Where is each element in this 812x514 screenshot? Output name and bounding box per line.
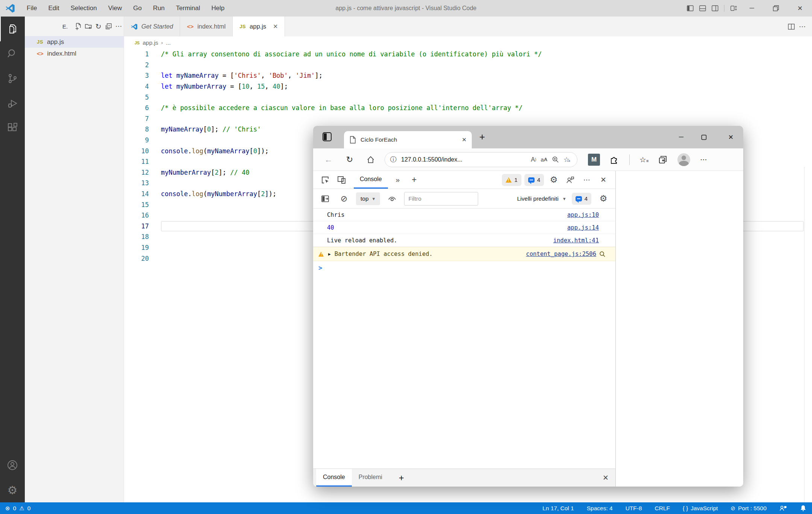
new-folder-icon[interactable] [83, 21, 93, 32]
context-selector[interactable]: top ▼ [356, 192, 380, 205]
menu-item-go[interactable]: Go [127, 0, 147, 17]
favorites-icon[interactable]: ☆≡ [639, 155, 648, 164]
add-favorite-icon[interactable]: ☆+ [564, 156, 572, 164]
status-cursor-position[interactable]: Ln 17, Col 1 [542, 505, 574, 512]
home-icon[interactable] [365, 156, 376, 164]
read-aloud-icon[interactable]: A) [531, 156, 536, 163]
activity-source-control-icon[interactable] [0, 66, 25, 91]
feedback-icon[interactable] [779, 505, 787, 512]
file-item-index.html[interactable]: <>index.html [25, 48, 124, 59]
console-filter-input[interactable] [404, 192, 478, 206]
editor-tab-index.html[interactable]: <>index.html [180, 17, 233, 36]
clear-console-icon[interactable]: ⊘ [337, 192, 351, 205]
devtools-settings-icon[interactable]: ⚙ [547, 174, 561, 186]
code-line[interactable]: 6/* è possibile accedere a ciascun valor… [124, 103, 812, 113]
breadcrumb[interactable]: JS app.js › ... [124, 36, 812, 49]
activity-explorer-icon[interactable] [0, 17, 25, 41]
inspect-element-icon[interactable] [318, 174, 332, 186]
status-eol[interactable]: CRLF [655, 505, 670, 512]
devtools-close-icon[interactable]: ✕ [597, 174, 610, 186]
extension-m-icon[interactable]: M [588, 154, 600, 166]
new-tab-icon[interactable]: + [479, 132, 485, 142]
minimize-button[interactable]: ─ [740, 0, 764, 17]
activity-extensions-icon[interactable] [0, 116, 25, 141]
notifications-bell-icon[interactable] [800, 505, 807, 512]
menu-item-run[interactable]: Run [147, 0, 170, 17]
devtools-feedback-icon[interactable] [564, 174, 577, 186]
refresh-explorer-icon[interactable]: ↻ [93, 21, 103, 32]
menu-item-selection[interactable]: Selection [65, 0, 103, 17]
reload-icon[interactable]: ↻ [344, 155, 355, 165]
breadcrumb-more[interactable]: ... [166, 39, 171, 46]
settings-gear-icon[interactable]: ⚙ [0, 478, 25, 502]
search-source-icon[interactable] [599, 251, 606, 257]
console-settings-icon[interactable]: ⚙ [597, 192, 610, 205]
editor-tab-app.js[interactable]: JSapp.js✕ [233, 17, 285, 36]
warnings-badge[interactable]: 1 [502, 174, 521, 186]
translate-icon[interactable]: aA [541, 156, 547, 163]
status-language[interactable]: { }JavaScript [683, 505, 718, 512]
code-line[interactable]: 3let myNameArray = ['Chris', 'Bob', 'Jim… [124, 70, 812, 81]
expand-caret-icon[interactable]: ▶ [328, 252, 331, 257]
source-link[interactable]: content_page.js:2506 [526, 251, 596, 257]
editor-tab-get-started[interactable]: Get Started [124, 17, 180, 36]
code-line[interactable]: 2 [124, 60, 812, 71]
menu-item-file[interactable]: File [21, 0, 42, 17]
add-tool-icon[interactable]: + [408, 174, 421, 186]
code-line[interactable]: 7 [124, 113, 812, 124]
status-encoding[interactable]: UTF-8 [626, 505, 642, 512]
source-link[interactable]: app.js:10 [567, 212, 599, 218]
browser-tab[interactable]: Ciclo ForEach ✕ [344, 131, 472, 148]
editor-more-actions-icon[interactable]: ⋯ [799, 22, 806, 31]
profile-avatar[interactable] [677, 153, 690, 166]
site-info-icon[interactable]: ⓘ [390, 155, 397, 164]
toggle-sidebar-icon[interactable] [684, 0, 696, 17]
url-text[interactable]: 127.0.0.1:5500/index... [401, 156, 526, 163]
device-toolbar-icon[interactable] [335, 174, 348, 186]
devtools-more-icon[interactable]: ⋯ [580, 174, 594, 186]
toggle-panel-icon[interactable] [696, 0, 709, 17]
code-line[interactable]: 1/* Gli array consentono di associare ad… [124, 49, 812, 60]
restore-button[interactable] [764, 0, 788, 17]
source-link[interactable]: app.js:14 [567, 224, 599, 231]
menu-item-view[interactable]: View [103, 0, 128, 17]
explorer-section-header[interactable]: E. ↻ ⋯ [25, 17, 124, 36]
collapse-folders-icon[interactable] [103, 21, 114, 32]
status-indentation[interactable]: Spaces: 4 [587, 505, 613, 512]
browser-settings-icon[interactable]: ⋯ [700, 155, 707, 164]
customize-layout-icon[interactable] [727, 0, 740, 17]
issues-badge[interactable]: 4 [524, 174, 544, 186]
collections-icon[interactable] [658, 155, 668, 165]
extensions-puzzle-icon[interactable] [610, 155, 620, 165]
issues-count-badge[interactable]: 4 [572, 193, 591, 205]
menu-item-terminal[interactable]: Terminal [170, 0, 206, 17]
devtools-console-tab[interactable]: Console [354, 171, 388, 189]
activity-run-debug-icon[interactable] [0, 91, 25, 116]
problems-status[interactable]: ⊗ 0 ⚠ 0 [5, 505, 30, 512]
live-expression-eye-icon[interactable] [385, 192, 399, 205]
browser-close-button[interactable]: ✕ [726, 133, 736, 141]
console-sidebar-icon[interactable] [318, 192, 332, 205]
log-levels-selector[interactable]: Livelli predefiniti ▼ [517, 195, 566, 202]
more-actions-icon[interactable]: ⋯ [114, 21, 124, 32]
account-icon[interactable] [0, 453, 25, 478]
drawer-tab-problemi[interactable]: Problemi [352, 469, 389, 487]
drawer-add-icon[interactable]: + [399, 473, 404, 483]
code-line[interactable]: 4let myNumberArray = [10, 15, 40]; [124, 81, 812, 92]
more-tabs-icon[interactable]: » [391, 174, 404, 186]
activity-search-icon[interactable] [0, 41, 25, 66]
code-line[interactable]: 5 [124, 92, 812, 103]
browser-minimize-button[interactable]: ─ [676, 133, 686, 141]
tab-close-icon[interactable]: ✕ [273, 23, 278, 30]
status-live-server-port[interactable]: ⊘Port : 5500 [731, 505, 767, 512]
file-item-app.js[interactable]: JSapp.js [25, 36, 124, 48]
address-bar[interactable]: ⓘ 127.0.0.1:5500/index... A) aA ☆+ [385, 152, 577, 167]
new-file-icon[interactable] [73, 21, 83, 32]
browser-maximize-button[interactable] [701, 135, 711, 140]
source-link[interactable]: index.html:41 [553, 237, 599, 244]
tab-actions-icon[interactable] [321, 131, 333, 142]
editor-scrollbar[interactable] [804, 167, 804, 502]
menu-item-help[interactable]: Help [206, 0, 230, 17]
console-prompt[interactable]: > [313, 261, 615, 275]
webpage-content[interactable] [615, 171, 743, 487]
